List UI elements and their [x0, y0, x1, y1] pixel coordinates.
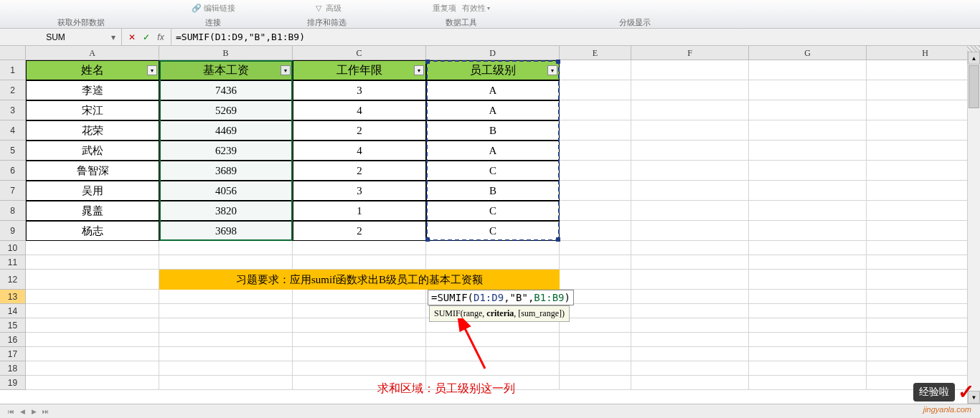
cell[interactable] — [560, 270, 631, 290]
table-header-cell[interactable]: 基本工资▾ — [159, 60, 293, 80]
column-header[interactable]: G — [749, 46, 867, 60]
cell[interactable] — [749, 241, 867, 255]
banner-cell[interactable]: 习题要求：应用sumif函数求出B级员工的基本工资额 — [159, 270, 560, 290]
cell[interactable]: 1 — [293, 201, 426, 221]
cell[interactable]: 吴用 — [26, 181, 159, 201]
cell[interactable] — [867, 361, 980, 376]
cell[interactable]: 4056 — [159, 181, 293, 201]
edit-links-button[interactable]: 🔗 编辑链接 — [191, 2, 235, 14]
cell[interactable] — [867, 333, 980, 347]
cell[interactable] — [560, 201, 631, 221]
cell[interactable] — [631, 361, 749, 376]
cell[interactable] — [631, 255, 749, 270]
row-header[interactable]: 18 — [0, 361, 25, 376]
cell[interactable] — [867, 290, 980, 304]
filter-dropdown-icon[interactable]: ▾ — [147, 65, 157, 75]
cell[interactable] — [560, 100, 631, 120]
cell[interactable] — [749, 376, 867, 390]
cell[interactable]: 杨志 — [26, 221, 159, 241]
cell[interactable] — [631, 304, 749, 318]
cell[interactable] — [749, 255, 867, 270]
cell[interactable] — [26, 255, 159, 270]
cell[interactable] — [26, 333, 159, 347]
cell[interactable] — [867, 201, 980, 221]
cell[interactable] — [293, 255, 426, 270]
cell[interactable] — [749, 80, 867, 100]
row-header[interactable]: 3 — [0, 100, 25, 120]
row-header[interactable]: 16 — [0, 333, 25, 347]
cell[interactable] — [749, 290, 867, 304]
cell[interactable]: 鲁智深 — [26, 161, 159, 181]
cell[interactable] — [631, 241, 749, 255]
cell[interactable] — [749, 333, 867, 347]
cell[interactable] — [560, 241, 631, 255]
cell[interactable] — [631, 141, 749, 161]
column-header[interactable]: F — [631, 46, 749, 60]
cell[interactable] — [749, 201, 867, 221]
cell[interactable] — [560, 141, 631, 161]
cell[interactable] — [867, 347, 980, 361]
cell[interactable] — [159, 333, 293, 347]
cell[interactable] — [631, 290, 749, 304]
cell[interactable]: 2 — [293, 120, 426, 141]
cell[interactable] — [560, 181, 631, 201]
cell[interactable]: 2 — [293, 221, 426, 241]
tab-prev-button[interactable]: ◀ — [17, 408, 27, 415]
cell[interactable] — [631, 347, 749, 361]
advanced-filter-button[interactable]: ▽ 高级 — [313, 2, 341, 14]
cell[interactable] — [749, 318, 867, 333]
cell[interactable] — [426, 347, 560, 361]
cell[interactable]: 3820 — [159, 201, 293, 221]
cell[interactable] — [749, 270, 867, 290]
cell[interactable]: 3 — [293, 181, 426, 201]
cell[interactable] — [159, 241, 293, 255]
row-header[interactable]: 19 — [0, 376, 25, 390]
cell[interactable] — [159, 304, 293, 318]
cell[interactable]: 花荣 — [26, 120, 159, 141]
cell[interactable] — [159, 255, 293, 270]
cell[interactable] — [26, 241, 159, 255]
cell[interactable] — [631, 100, 749, 120]
cell[interactable] — [293, 304, 426, 318]
cell[interactable] — [560, 304, 631, 318]
filter-dropdown-icon[interactable]: ▾ — [414, 65, 424, 75]
cell[interactable] — [749, 221, 867, 241]
cell[interactable]: 宋江 — [26, 100, 159, 120]
validity-button[interactable]: 有效性▾ — [462, 3, 490, 14]
cell[interactable] — [159, 318, 293, 333]
cell[interactable] — [293, 241, 426, 255]
cell[interactable] — [867, 60, 980, 80]
cell[interactable] — [631, 270, 749, 290]
cell[interactable] — [293, 361, 426, 376]
cell[interactable]: 4469 — [159, 120, 293, 141]
cell[interactable] — [560, 361, 631, 376]
row-header[interactable]: 15 — [0, 318, 25, 333]
cell[interactable] — [749, 304, 867, 318]
cell[interactable]: 李逵 — [26, 80, 159, 100]
column-header[interactable]: A — [26, 46, 159, 60]
cell[interactable] — [631, 161, 749, 181]
cell[interactable]: A — [426, 100, 560, 120]
cell[interactable] — [159, 376, 293, 390]
formula-accept-button[interactable]: ✓ — [139, 32, 154, 42]
cell[interactable] — [560, 376, 631, 390]
cell[interactable] — [867, 241, 980, 255]
cell[interactable]: C — [426, 201, 560, 221]
filter-dropdown-icon[interactable]: ▾ — [281, 65, 291, 75]
scroll-up-button[interactable]: ▲ — [968, 52, 980, 65]
cell[interactable] — [560, 221, 631, 241]
cell[interactable] — [867, 255, 980, 270]
row-header[interactable]: 13 — [0, 290, 25, 304]
cell[interactable] — [560, 318, 631, 333]
cell[interactable]: 3698 — [159, 221, 293, 241]
cell[interactable] — [26, 361, 159, 376]
column-header[interactable]: E — [560, 46, 631, 60]
split-handle[interactable] — [967, 46, 980, 52]
cell[interactable] — [749, 100, 867, 120]
cell[interactable]: 2 — [293, 161, 426, 181]
cell[interactable]: 3689 — [159, 161, 293, 181]
cell[interactable] — [560, 80, 631, 100]
row-header[interactable]: 10 — [0, 241, 25, 255]
cell[interactable] — [26, 376, 159, 390]
row-header[interactable]: 2 — [0, 80, 25, 100]
